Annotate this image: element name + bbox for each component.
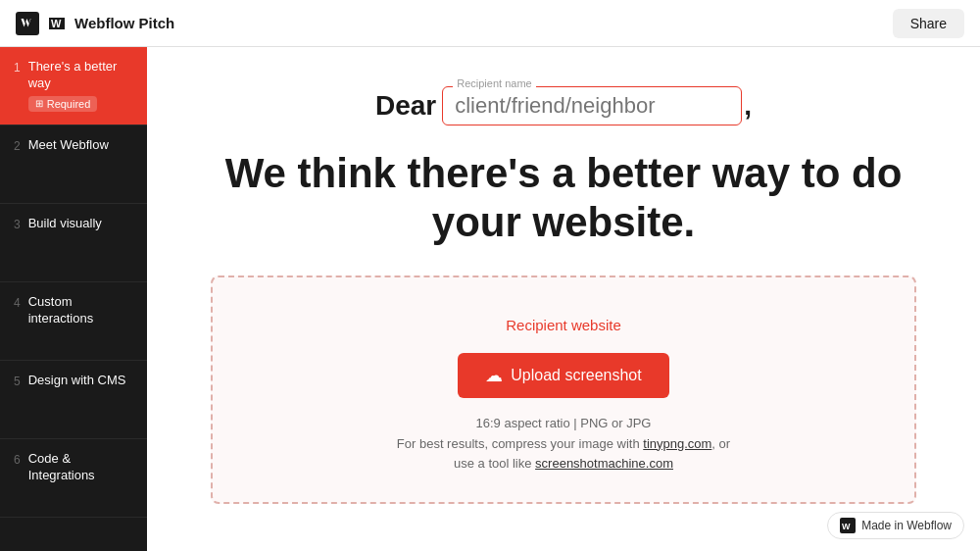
compress-info: For best results, compress your image wi… (397, 436, 640, 451)
sidebar-item-1[interactable]: 1 There's a better way ⊞ Required (0, 47, 147, 125)
sidebar-item-content-4: Custom interactions (28, 294, 133, 327)
sidebar-item-6[interactable]: 6 Code & Integrations (0, 439, 147, 518)
sidebar-item-5[interactable]: 5 Design with CMS (0, 361, 147, 439)
upload-screenshot-button[interactable]: ☁ Upload screenshot (458, 353, 668, 398)
required-label: Required (47, 98, 91, 110)
sidebar: 1 There's a better way ⊞ Required 2 Meet… (0, 47, 147, 551)
made-in-webflow-text: Made in Webflow (861, 519, 952, 532)
main-content: Dear Recipient name , We think there's a… (147, 47, 980, 551)
upload-cloud-icon: ☁ (485, 365, 503, 386)
tinypng-link[interactable]: tinypng.com (643, 436, 711, 451)
upload-info: 16:9 aspect ratio | PNG or JPG For best … (397, 414, 730, 475)
heading-line2: your website. (432, 199, 695, 245)
sidebar-item-number-3: 3 (14, 218, 21, 231)
logo: W Webflow Pitch (16, 12, 174, 35)
sidebar-item-2[interactable]: 2 Meet Webflow (0, 125, 147, 204)
recipient-input-wrapper: Recipient name (442, 86, 742, 125)
sidebar-item-label-1: There's a better way (28, 59, 133, 92)
webflow-w-icon: W (47, 14, 67, 33)
sidebar-item-label-2: Meet Webflow (28, 137, 133, 154)
main-heading: We think there's a better way to do your… (225, 149, 903, 248)
made-in-webflow-badge: W Made in Webflow (827, 512, 964, 539)
active-border (0, 47, 3, 125)
sidebar-item-content-2: Meet Webflow (28, 137, 133, 154)
recipient-input[interactable] (455, 93, 729, 119)
share-button[interactable]: Share (893, 9, 964, 38)
svg-text:W: W (842, 522, 851, 531)
sidebar-item-number-1: 1 (14, 61, 21, 75)
sidebar-item-label-4: Custom interactions (28, 294, 133, 327)
tool-text: use a tool like (454, 456, 532, 471)
logo-text: Webflow Pitch (74, 15, 174, 31)
dear-text: Dear (375, 90, 436, 122)
main-layout: 1 There's a better way ⊞ Required 2 Meet… (0, 47, 980, 551)
screenshotmachine-link[interactable]: screenshotmachine.com (535, 456, 673, 471)
svg-text:W: W (51, 18, 62, 29)
sidebar-item-number-5: 5 (14, 375, 21, 388)
header: W Webflow Pitch Share (0, 0, 980, 47)
sidebar-item-content-3: Build visually (28, 216, 133, 232)
recipient-label: Recipient name (453, 77, 535, 89)
recipient-website-label: Recipient website (506, 317, 621, 333)
sidebar-item-4[interactable]: 4 Custom interactions (0, 282, 147, 361)
sidebar-item-label-6: Code & Integrations (28, 451, 133, 484)
sidebar-item-label-5: Design with CMS (28, 373, 133, 389)
aspect-ratio-info: 16:9 aspect ratio | PNG or JPG (476, 416, 652, 430)
sidebar-item-number-2: 2 (14, 139, 21, 153)
sidebar-item-content-6: Code & Integrations (28, 451, 133, 484)
webflow-badge-icon: W (840, 518, 856, 533)
recipient-area: Dear Recipient name , (206, 86, 921, 125)
upload-button-label: Upload screenshot (511, 367, 641, 384)
sidebar-item-3[interactable]: 3 Build visually (0, 204, 147, 282)
required-badge: ⊞ Required (28, 96, 98, 112)
sidebar-item-content-1: There's a better way ⊞ Required (28, 59, 133, 112)
sidebar-item-number-6: 6 (14, 453, 21, 467)
required-icon: ⊞ (35, 98, 43, 109)
comma-text: , (744, 90, 752, 122)
webflow-logo-icon (16, 12, 39, 35)
or-text: , or (711, 436, 730, 451)
sidebar-item-label-3: Build visually (28, 216, 133, 232)
sidebar-item-content-5: Design with CMS (28, 373, 133, 389)
sidebar-item-number-4: 4 (14, 296, 21, 310)
upload-area: Recipient website ☁ Upload screenshot 16… (211, 276, 916, 504)
heading-line1: We think there's a better way to do (225, 150, 903, 196)
